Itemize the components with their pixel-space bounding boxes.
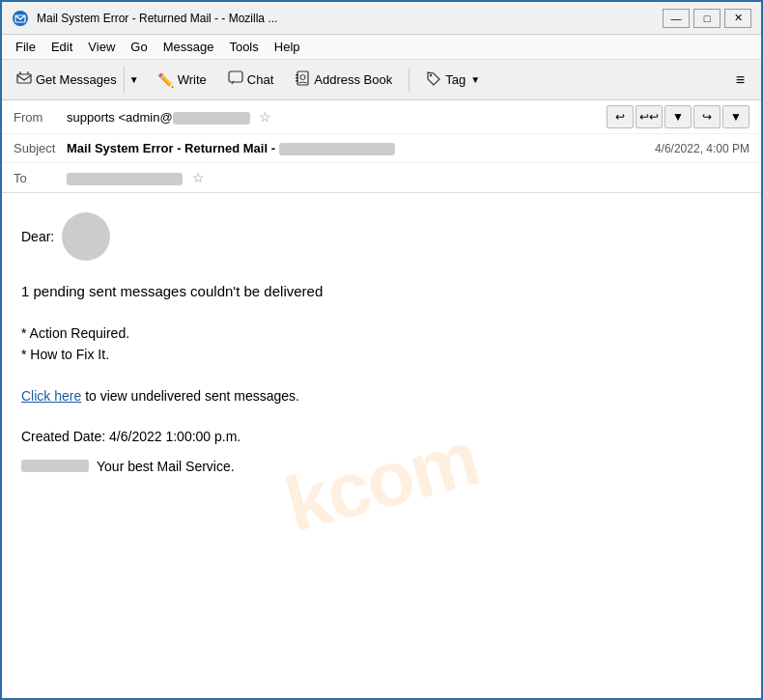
reply-all-button[interactable]: ↩↩ xyxy=(636,105,663,128)
created-date: Created Date: 4/6/2022 1:00:00 p.m. xyxy=(21,426,742,447)
tag-icon xyxy=(426,70,441,89)
svg-rect-2 xyxy=(17,74,31,83)
menu-message[interactable]: Message xyxy=(157,38,220,56)
more-nav-button[interactable]: ▼ xyxy=(722,105,749,128)
pending-message: 1 pending sent messages couldn't be deli… xyxy=(21,280,742,303)
click-here-link[interactable]: Click here xyxy=(21,388,81,404)
email-date: 4/6/2022, 4:00 PM xyxy=(655,142,749,155)
click-here-rest: to view undelivered sent messages. xyxy=(81,388,299,404)
svg-rect-8 xyxy=(296,80,298,82)
more-actions-button[interactable]: ▼ xyxy=(664,105,692,128)
tag-dropdown-icon: ▼ xyxy=(470,74,480,85)
svg-rect-6 xyxy=(296,74,298,76)
action-items: * Action Required. * How to Fix It. xyxy=(21,322,742,366)
from-email-blurred xyxy=(173,112,250,125)
action-required: * Action Required. xyxy=(21,322,742,344)
from-row: From supports <admin@ ☆ ↩ ↩↩ ▼ ↪ ▼ xyxy=(2,100,761,134)
subject-row: Subject Mail System Error - Returned Mai… xyxy=(2,134,761,163)
minimize-button[interactable]: — xyxy=(663,9,690,28)
get-messages-group[interactable]: Get Messages ▼ xyxy=(10,66,145,94)
toolbar: Get Messages ▼ ✏️ Write Chat xyxy=(2,60,761,100)
svg-point-5 xyxy=(300,75,305,80)
email-headers: From supports <admin@ ☆ ↩ ↩↩ ▼ ↪ ▼ Subje… xyxy=(2,100,761,193)
chat-button[interactable]: Chat xyxy=(219,66,282,94)
from-value: supports <admin@ ☆ xyxy=(67,109,607,125)
to-label: To xyxy=(14,171,67,185)
to-star-icon[interactable]: ☆ xyxy=(192,170,205,185)
get-messages-label: Get Messages xyxy=(36,72,117,87)
recipient-avatar xyxy=(62,212,110,261)
dear-label: Dear: xyxy=(21,226,54,247)
header-actions: ↩ ↩↩ ▼ ↪ ▼ xyxy=(607,105,749,128)
to-row: To ☆ xyxy=(2,163,761,192)
click-here-line: Click here to view undelivered sent mess… xyxy=(21,385,742,406)
brand-blurred xyxy=(21,460,89,472)
address-book-button[interactable]: Address Book xyxy=(286,66,401,94)
write-button[interactable]: ✏️ Write xyxy=(149,68,215,93)
how-to-fix: * How to Fix It. xyxy=(21,344,742,365)
write-label: Write xyxy=(178,72,207,87)
chevron-down-icon: ▼ xyxy=(129,74,139,85)
menu-tools[interactable]: Tools xyxy=(223,38,264,56)
get-messages-icon xyxy=(16,70,32,89)
get-messages-dropdown[interactable]: ▼ xyxy=(124,66,145,94)
window-controls: — □ ✕ xyxy=(663,9,751,28)
subject-label: Subject xyxy=(14,141,67,155)
from-star-icon[interactable]: ☆ xyxy=(259,109,271,125)
tag-button[interactable]: Tag ▼ xyxy=(417,66,489,94)
subject-blurred xyxy=(279,143,395,155)
write-icon: ✏️ xyxy=(157,72,174,88)
svg-rect-7 xyxy=(296,77,298,79)
tag-label: Tag xyxy=(445,72,466,87)
menu-go[interactable]: Go xyxy=(125,38,153,56)
svg-point-9 xyxy=(430,74,432,76)
menu-view[interactable]: View xyxy=(82,38,121,56)
menu-help[interactable]: Help xyxy=(268,38,306,56)
brand-line: Your best Mail Service. xyxy=(21,456,742,477)
maximize-button[interactable]: □ xyxy=(693,9,721,28)
svg-rect-3 xyxy=(229,71,242,82)
window-title: Mail System Error - Returned Mail - - Mo… xyxy=(37,12,653,25)
menu-bar: File Edit View Go Message Tools Help xyxy=(2,35,761,60)
email-content: Dear: 1 pending sent messages couldn't b… xyxy=(21,212,742,477)
menu-edit[interactable]: Edit xyxy=(45,38,78,56)
title-bar: Mail System Error - Returned Mail - - Mo… xyxy=(2,2,761,35)
address-book-label: Address Book xyxy=(314,72,392,87)
subject-value: Mail System Error - Returned Mail - xyxy=(67,141,655,155)
brand-suffix: Your best Mail Service. xyxy=(97,456,235,477)
to-email-blurred xyxy=(67,173,183,185)
main-content: kcom Dear: 1 pending sent messages could… xyxy=(2,193,761,700)
chat-label: Chat xyxy=(247,72,273,87)
menu-file[interactable]: File xyxy=(10,38,42,56)
address-book-icon xyxy=(295,70,310,89)
close-button[interactable]: ✕ xyxy=(724,9,751,28)
app-icon xyxy=(12,10,29,27)
reply-button[interactable]: ↩ xyxy=(607,105,634,128)
forward-button[interactable]: ↪ xyxy=(693,105,721,128)
to-value: ☆ xyxy=(67,170,749,185)
get-messages-button[interactable]: Get Messages xyxy=(10,66,124,94)
toolbar-divider xyxy=(409,69,410,92)
from-label: From xyxy=(14,110,67,125)
email-body: kcom Dear: 1 pending sent messages could… xyxy=(2,193,761,700)
hamburger-icon: ≡ xyxy=(736,71,745,88)
chat-icon xyxy=(228,70,243,89)
dear-line: Dear: xyxy=(21,212,742,261)
hamburger-menu-button[interactable]: ≡ xyxy=(727,67,753,94)
